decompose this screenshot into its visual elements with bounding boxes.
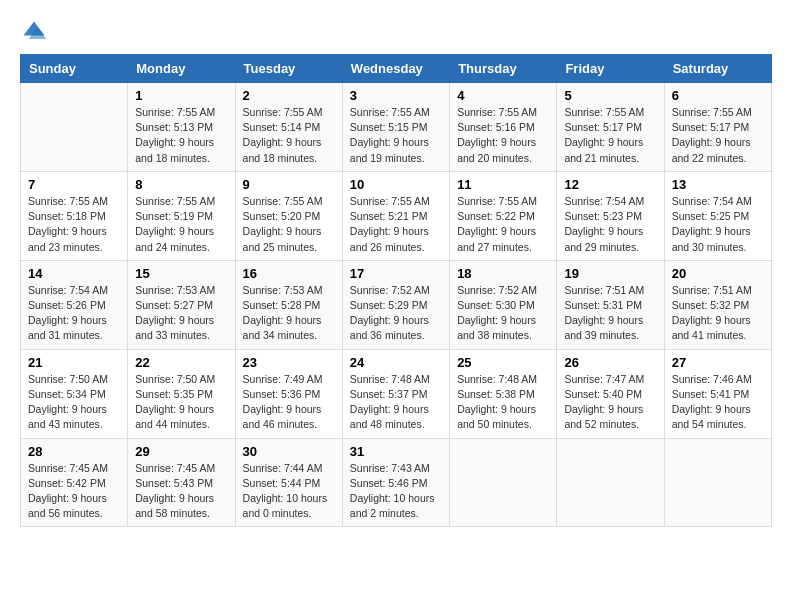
day-number: 4 xyxy=(457,88,549,103)
day-detail: Sunrise: 7:48 AMSunset: 5:38 PMDaylight:… xyxy=(457,372,549,433)
day-number: 20 xyxy=(672,266,764,281)
day-cell xyxy=(21,83,128,172)
day-number: 31 xyxy=(350,444,442,459)
day-cell: 9Sunrise: 7:55 AMSunset: 5:20 PMDaylight… xyxy=(235,171,342,260)
day-detail: Sunrise: 7:50 AMSunset: 5:35 PMDaylight:… xyxy=(135,372,227,433)
day-cell: 27Sunrise: 7:46 AMSunset: 5:41 PMDayligh… xyxy=(664,349,771,438)
day-detail: Sunrise: 7:55 AMSunset: 5:21 PMDaylight:… xyxy=(350,194,442,255)
day-detail: Sunrise: 7:53 AMSunset: 5:28 PMDaylight:… xyxy=(243,283,335,344)
day-detail: Sunrise: 7:54 AMSunset: 5:23 PMDaylight:… xyxy=(564,194,656,255)
weekday-header-monday: Monday xyxy=(128,55,235,83)
day-detail: Sunrise: 7:51 AMSunset: 5:31 PMDaylight:… xyxy=(564,283,656,344)
day-number: 2 xyxy=(243,88,335,103)
day-cell xyxy=(664,438,771,527)
day-number: 26 xyxy=(564,355,656,370)
day-number: 9 xyxy=(243,177,335,192)
day-detail: Sunrise: 7:55 AMSunset: 5:18 PMDaylight:… xyxy=(28,194,120,255)
day-number: 28 xyxy=(28,444,120,459)
day-number: 30 xyxy=(243,444,335,459)
day-number: 16 xyxy=(243,266,335,281)
day-detail: Sunrise: 7:51 AMSunset: 5:32 PMDaylight:… xyxy=(672,283,764,344)
day-number: 1 xyxy=(135,88,227,103)
day-detail: Sunrise: 7:55 AMSunset: 5:13 PMDaylight:… xyxy=(135,105,227,166)
day-detail: Sunrise: 7:53 AMSunset: 5:27 PMDaylight:… xyxy=(135,283,227,344)
day-cell: 28Sunrise: 7:45 AMSunset: 5:42 PMDayligh… xyxy=(21,438,128,527)
day-cell: 22Sunrise: 7:50 AMSunset: 5:35 PMDayligh… xyxy=(128,349,235,438)
day-detail: Sunrise: 7:55 AMSunset: 5:14 PMDaylight:… xyxy=(243,105,335,166)
weekday-header-sunday: Sunday xyxy=(21,55,128,83)
day-cell: 30Sunrise: 7:44 AMSunset: 5:44 PMDayligh… xyxy=(235,438,342,527)
day-number: 6 xyxy=(672,88,764,103)
day-cell: 20Sunrise: 7:51 AMSunset: 5:32 PMDayligh… xyxy=(664,260,771,349)
day-cell: 7Sunrise: 7:55 AMSunset: 5:18 PMDaylight… xyxy=(21,171,128,260)
day-number: 18 xyxy=(457,266,549,281)
calendar-page: SundayMondayTuesdayWednesdayThursdayFrid… xyxy=(0,0,792,612)
day-number: 23 xyxy=(243,355,335,370)
day-number: 8 xyxy=(135,177,227,192)
day-detail: Sunrise: 7:55 AMSunset: 5:15 PMDaylight:… xyxy=(350,105,442,166)
day-number: 3 xyxy=(350,88,442,103)
day-detail: Sunrise: 7:55 AMSunset: 5:16 PMDaylight:… xyxy=(457,105,549,166)
day-cell: 14Sunrise: 7:54 AMSunset: 5:26 PMDayligh… xyxy=(21,260,128,349)
day-number: 7 xyxy=(28,177,120,192)
day-number: 21 xyxy=(28,355,120,370)
calendar-table: SundayMondayTuesdayWednesdayThursdayFrid… xyxy=(20,54,772,527)
day-number: 19 xyxy=(564,266,656,281)
day-number: 24 xyxy=(350,355,442,370)
day-cell: 29Sunrise: 7:45 AMSunset: 5:43 PMDayligh… xyxy=(128,438,235,527)
week-row-3: 14Sunrise: 7:54 AMSunset: 5:26 PMDayligh… xyxy=(21,260,772,349)
weekday-header-friday: Friday xyxy=(557,55,664,83)
day-cell: 25Sunrise: 7:48 AMSunset: 5:38 PMDayligh… xyxy=(450,349,557,438)
weekday-header-wednesday: Wednesday xyxy=(342,55,449,83)
day-detail: Sunrise: 7:45 AMSunset: 5:43 PMDaylight:… xyxy=(135,461,227,522)
day-number: 29 xyxy=(135,444,227,459)
day-cell: 10Sunrise: 7:55 AMSunset: 5:21 PMDayligh… xyxy=(342,171,449,260)
header xyxy=(20,18,772,46)
day-number: 13 xyxy=(672,177,764,192)
day-cell: 21Sunrise: 7:50 AMSunset: 5:34 PMDayligh… xyxy=(21,349,128,438)
day-detail: Sunrise: 7:45 AMSunset: 5:42 PMDaylight:… xyxy=(28,461,120,522)
day-cell: 17Sunrise: 7:52 AMSunset: 5:29 PMDayligh… xyxy=(342,260,449,349)
day-detail: Sunrise: 7:52 AMSunset: 5:29 PMDaylight:… xyxy=(350,283,442,344)
day-number: 27 xyxy=(672,355,764,370)
day-number: 14 xyxy=(28,266,120,281)
day-detail: Sunrise: 7:54 AMSunset: 5:26 PMDaylight:… xyxy=(28,283,120,344)
day-number: 12 xyxy=(564,177,656,192)
day-cell: 1Sunrise: 7:55 AMSunset: 5:13 PMDaylight… xyxy=(128,83,235,172)
logo-icon xyxy=(20,18,48,46)
day-cell: 13Sunrise: 7:54 AMSunset: 5:25 PMDayligh… xyxy=(664,171,771,260)
day-detail: Sunrise: 7:55 AMSunset: 5:19 PMDaylight:… xyxy=(135,194,227,255)
weekday-header-tuesday: Tuesday xyxy=(235,55,342,83)
week-row-4: 21Sunrise: 7:50 AMSunset: 5:34 PMDayligh… xyxy=(21,349,772,438)
day-cell: 4Sunrise: 7:55 AMSunset: 5:16 PMDaylight… xyxy=(450,83,557,172)
logo xyxy=(20,18,52,46)
weekday-header-saturday: Saturday xyxy=(664,55,771,83)
day-detail: Sunrise: 7:49 AMSunset: 5:36 PMDaylight:… xyxy=(243,372,335,433)
day-detail: Sunrise: 7:55 AMSunset: 5:17 PMDaylight:… xyxy=(564,105,656,166)
day-detail: Sunrise: 7:55 AMSunset: 5:20 PMDaylight:… xyxy=(243,194,335,255)
weekday-header-row: SundayMondayTuesdayWednesdayThursdayFrid… xyxy=(21,55,772,83)
day-cell: 24Sunrise: 7:48 AMSunset: 5:37 PMDayligh… xyxy=(342,349,449,438)
day-number: 11 xyxy=(457,177,549,192)
weekday-header-thursday: Thursday xyxy=(450,55,557,83)
day-detail: Sunrise: 7:50 AMSunset: 5:34 PMDaylight:… xyxy=(28,372,120,433)
day-number: 17 xyxy=(350,266,442,281)
day-detail: Sunrise: 7:52 AMSunset: 5:30 PMDaylight:… xyxy=(457,283,549,344)
week-row-1: 1Sunrise: 7:55 AMSunset: 5:13 PMDaylight… xyxy=(21,83,772,172)
day-detail: Sunrise: 7:43 AMSunset: 5:46 PMDaylight:… xyxy=(350,461,442,522)
day-number: 10 xyxy=(350,177,442,192)
day-detail: Sunrise: 7:55 AMSunset: 5:17 PMDaylight:… xyxy=(672,105,764,166)
day-cell: 6Sunrise: 7:55 AMSunset: 5:17 PMDaylight… xyxy=(664,83,771,172)
week-row-2: 7Sunrise: 7:55 AMSunset: 5:18 PMDaylight… xyxy=(21,171,772,260)
day-cell: 2Sunrise: 7:55 AMSunset: 5:14 PMDaylight… xyxy=(235,83,342,172)
day-cell: 16Sunrise: 7:53 AMSunset: 5:28 PMDayligh… xyxy=(235,260,342,349)
day-cell: 15Sunrise: 7:53 AMSunset: 5:27 PMDayligh… xyxy=(128,260,235,349)
week-row-5: 28Sunrise: 7:45 AMSunset: 5:42 PMDayligh… xyxy=(21,438,772,527)
day-number: 15 xyxy=(135,266,227,281)
day-cell: 3Sunrise: 7:55 AMSunset: 5:15 PMDaylight… xyxy=(342,83,449,172)
day-number: 5 xyxy=(564,88,656,103)
day-detail: Sunrise: 7:44 AMSunset: 5:44 PMDaylight:… xyxy=(243,461,335,522)
day-cell: 5Sunrise: 7:55 AMSunset: 5:17 PMDaylight… xyxy=(557,83,664,172)
day-detail: Sunrise: 7:54 AMSunset: 5:25 PMDaylight:… xyxy=(672,194,764,255)
day-cell: 18Sunrise: 7:52 AMSunset: 5:30 PMDayligh… xyxy=(450,260,557,349)
